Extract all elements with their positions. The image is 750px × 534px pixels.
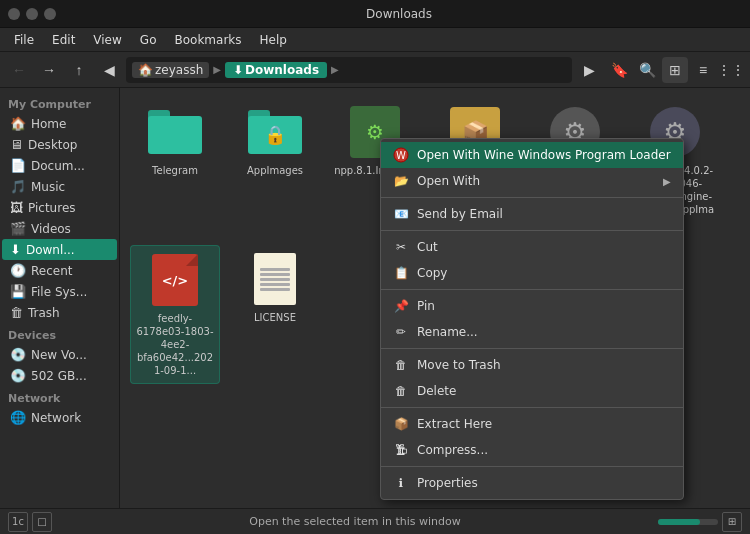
- ctx-cut[interactable]: ✂ Cut: [381, 234, 683, 260]
- ctx-move-trash[interactable]: 🗑 Move to Trash: [381, 352, 683, 378]
- zoom-button[interactable]: ⊞: [722, 512, 742, 532]
- file-item-appimages[interactable]: 🔒 AppImages: [230, 98, 320, 235]
- menu-edit[interactable]: Edit: [44, 31, 83, 49]
- ctx-separator-4: [381, 348, 683, 349]
- section-mycomputer: My Computer: [0, 92, 119, 113]
- ctx-send-email[interactable]: 📧 Send by Email: [381, 201, 683, 227]
- nav-prev-button[interactable]: ◀: [96, 57, 122, 83]
- sidebar-item-newvol[interactable]: 💿 New Vo...: [2, 344, 117, 365]
- sidebar: My Computer 🏠 Home 🖥 Desktop 📄 Docum... …: [0, 88, 120, 508]
- copy-icon: 📋: [393, 265, 409, 281]
- zoom-fill: [658, 519, 700, 525]
- search-button[interactable]: 🔍: [634, 57, 660, 83]
- ctx-open-with[interactable]: 📂 Open With ▶: [381, 168, 683, 194]
- back-button[interactable]: ←: [6, 57, 32, 83]
- window-controls[interactable]: [8, 8, 56, 20]
- menu-go[interactable]: Go: [132, 31, 165, 49]
- ctx-send-email-label: Send by Email: [417, 207, 503, 221]
- toolbar: ← → ↑ ◀ 🏠 zeyassh ▶ ⬇ Downloads ▶ ▶ 🔖 🔍 …: [0, 52, 750, 88]
- window-title: Downloads: [56, 7, 742, 21]
- newvol-icon: 💿: [10, 347, 26, 362]
- folder-icon-telegram: [147, 104, 203, 160]
- ctx-compress-label: Compress...: [417, 443, 488, 457]
- sidebar-pictures-label: Pictures: [28, 201, 76, 215]
- ctx-compress[interactable]: 🗜 Compress...: [381, 437, 683, 463]
- menu-bar: File Edit View Go Bookmarks Help: [0, 28, 750, 52]
- section-network: Network: [0, 386, 119, 407]
- sidebar-item-network[interactable]: 🌐 Network: [2, 407, 117, 428]
- sidebar-item-home[interactable]: 🏠 Home: [2, 113, 117, 134]
- sidebar-music-label: Music: [31, 180, 65, 194]
- sidebar-item-pictures[interactable]: 🖼 Pictures: [2, 197, 117, 218]
- more-button[interactable]: ⋮⋮: [718, 57, 744, 83]
- filesystem-icon: 💾: [10, 284, 26, 299]
- ctx-separator-3: [381, 289, 683, 290]
- ctx-pin-label: Pin: [417, 299, 435, 313]
- ctx-rename[interactable]: ✏ Rename...: [381, 319, 683, 345]
- sidebar-item-filesystem[interactable]: 💾 File Sys...: [2, 281, 117, 302]
- path-downloads-label: Downloads: [245, 63, 319, 77]
- ctx-copy[interactable]: 📋 Copy: [381, 260, 683, 286]
- path-home[interactable]: 🏠 zeyassh: [132, 62, 209, 78]
- ctx-move-trash-label: Move to Trash: [417, 358, 501, 372]
- ctx-copy-label: Copy: [417, 266, 447, 280]
- menu-help[interactable]: Help: [252, 31, 295, 49]
- sidebar-item-desktop[interactable]: 🖥 Desktop: [2, 134, 117, 155]
- ctx-cut-label: Cut: [417, 240, 438, 254]
- ctx-open-wine-label: Open With Wine Windows Program Loader: [417, 148, 671, 162]
- status-btn-sq[interactable]: □: [32, 512, 52, 532]
- ctx-pin[interactable]: 📌 Pin: [381, 293, 683, 319]
- ctx-rename-label: Rename...: [417, 325, 478, 339]
- sidebar-item-downloads[interactable]: ⬇ Downl...: [2, 239, 117, 260]
- grid-view-button[interactable]: ⊞: [662, 57, 688, 83]
- path-downloads[interactable]: ⬇ Downloads: [225, 62, 327, 78]
- sidebar-item-trash[interactable]: 🗑 Trash: [2, 302, 117, 323]
- status-bar: 1c □ Open the selected item in this wind…: [0, 508, 750, 534]
- maximize-button[interactable]: [44, 8, 56, 20]
- nav-next-button[interactable]: ▶: [576, 57, 602, 83]
- sidebar-item-vol502[interactable]: 💿 502 GB...: [2, 365, 117, 386]
- path-downloads-icon: ⬇: [233, 63, 243, 77]
- pictures-icon: 🖼: [10, 200, 23, 215]
- rename-icon: ✏: [393, 324, 409, 340]
- menu-bookmarks[interactable]: Bookmarks: [166, 31, 249, 49]
- sidebar-item-videos[interactable]: 🎬 Videos: [2, 218, 117, 239]
- videos-icon: 🎬: [10, 221, 26, 236]
- trash-icon: 🗑: [393, 357, 409, 373]
- bookmark-button[interactable]: 🔖: [606, 57, 632, 83]
- file-item-telegram[interactable]: Telegram: [130, 98, 220, 235]
- sidebar-trash-label: Trash: [28, 306, 60, 320]
- ctx-properties-label: Properties: [417, 476, 478, 490]
- svg-text:W: W: [396, 150, 406, 161]
- menu-file[interactable]: File: [6, 31, 42, 49]
- sidebar-item-documents[interactable]: 📄 Docum...: [2, 155, 117, 176]
- downloads-icon: ⬇: [10, 242, 21, 257]
- file-item-feedly[interactable]: </> feedly-6178e03-1803-4ee2-bfa60e42...…: [130, 245, 220, 384]
- ctx-open-with-label: Open With: [417, 174, 480, 188]
- open-with-icon: 📂: [393, 173, 409, 189]
- music-icon: 🎵: [10, 179, 26, 194]
- delete-icon: 🗑: [393, 383, 409, 399]
- ctx-separator-1: [381, 197, 683, 198]
- up-button[interactable]: ↑: [66, 57, 92, 83]
- ctx-extract[interactable]: 📦 Extract Here: [381, 411, 683, 437]
- ctx-open-wine[interactable]: W Open With Wine Windows Program Loader: [381, 142, 683, 168]
- vol502-icon: 💿: [10, 368, 26, 383]
- sidebar-item-recent[interactable]: 🕐 Recent: [2, 260, 117, 281]
- sidebar-downloads-label: Downl...: [26, 243, 75, 257]
- minimize-button[interactable]: [26, 8, 38, 20]
- file-item-license[interactable]: LICENSE: [230, 245, 320, 384]
- close-button[interactable]: [8, 8, 20, 20]
- status-left: 1c □: [8, 512, 52, 532]
- ctx-properties[interactable]: ℹ Properties: [381, 470, 683, 496]
- path-bar: 🏠 zeyassh ▶ ⬇ Downloads ▶: [126, 57, 572, 83]
- recent-icon: 🕐: [10, 263, 26, 278]
- menu-view[interactable]: View: [85, 31, 129, 49]
- status-btn-1c[interactable]: 1c: [8, 512, 28, 532]
- ctx-delete[interactable]: 🗑 Delete: [381, 378, 683, 404]
- xml-icon-wrapper: </>: [147, 252, 203, 308]
- forward-button[interactable]: →: [36, 57, 62, 83]
- sidebar-item-music[interactable]: 🎵 Music: [2, 176, 117, 197]
- license-icon-wrapper: [247, 251, 303, 307]
- list-view-button[interactable]: ≡: [690, 57, 716, 83]
